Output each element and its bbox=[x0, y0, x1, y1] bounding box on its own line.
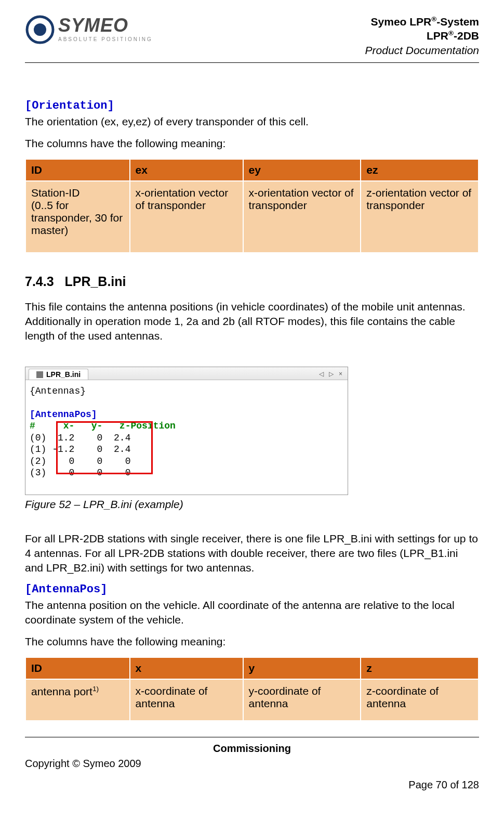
col-header: ey bbox=[243, 159, 361, 181]
table-row: Station-ID (0..5 for transponder, 30 for… bbox=[25, 181, 479, 253]
antennapos-desc: The antenna position on the vehicle. All… bbox=[25, 598, 479, 628]
orientation-table: ID ex ey ez Station-ID (0..5 for transpo… bbox=[25, 159, 479, 253]
col-header: x bbox=[130, 657, 243, 679]
col-header: ex bbox=[130, 159, 243, 181]
section-desc: This file contains the antenna positions… bbox=[25, 300, 479, 344]
col-header: z bbox=[361, 657, 479, 679]
editor-screenshot: LPR_B.ini ◁ ▷ × {Antennas} [AntennaPos] … bbox=[25, 351, 348, 495]
para-receivers: For all LPR-2DB stations with single rec… bbox=[25, 531, 479, 576]
brand-logo: SYMEO ABSOLUTE POSITIONING bbox=[25, 15, 153, 45]
cell: y-coordinate of antenna bbox=[243, 679, 361, 721]
table-row: ID x y z bbox=[25, 657, 479, 679]
figure-caption: Figure 52 – LPR_B.ini (example) bbox=[25, 498, 479, 511]
cell: z-coordinate of antenna bbox=[361, 679, 479, 721]
editor-tab[interactable]: LPR_B.ini bbox=[29, 369, 88, 380]
subsection-heading: 7.4.3 LPR_B.ini bbox=[25, 274, 479, 289]
page-number: Page 70 of 128 bbox=[25, 779, 479, 791]
logo-icon bbox=[25, 15, 55, 45]
prev-tab-icon[interactable]: ◁ bbox=[319, 370, 324, 378]
table-row: antenna port1) x-coordinate of antenna y… bbox=[25, 679, 479, 721]
col-header: ID bbox=[25, 159, 130, 181]
cell: x-coordinate of antenna bbox=[130, 679, 243, 721]
col-header: y bbox=[243, 657, 361, 679]
orientation-cols-intro: The columns have the following meaning: bbox=[25, 136, 479, 151]
cell: Station-ID (0..5 for transponder, 30 for… bbox=[25, 181, 130, 253]
cell: x-orientation vector of transponder bbox=[243, 181, 361, 253]
copyright: Copyright © Symeo 2009 bbox=[25, 758, 479, 770]
antennapos-key: [AntennaPos] bbox=[25, 583, 479, 596]
antennapos-cols-intro: The columns have the following meaning: bbox=[25, 634, 479, 649]
cell: antenna port1) bbox=[25, 679, 130, 721]
orientation-key: [Orientation] bbox=[25, 99, 479, 112]
highlight-box bbox=[56, 421, 153, 474]
svg-point-1 bbox=[34, 23, 46, 36]
close-icon[interactable]: × bbox=[339, 370, 342, 378]
editor-tabbar: LPR_B.ini ◁ ▷ × bbox=[25, 367, 348, 380]
file-icon bbox=[36, 371, 43, 378]
cell: z-orientation vector of transponder bbox=[361, 181, 479, 253]
col-header: ID bbox=[25, 657, 130, 679]
next-tab-icon[interactable]: ▷ bbox=[329, 370, 334, 378]
orientation-desc: The orientation (ex, ey,ez) of every tra… bbox=[25, 114, 479, 129]
doc-title-block: Symeo LPR®-System LPR®-2DB Product Docum… bbox=[365, 15, 479, 57]
cell: x-orientation vector of transponder bbox=[130, 181, 243, 253]
col-header: ez bbox=[361, 159, 479, 181]
antennapos-table: ID x y z antenna port1) x-coordinate of … bbox=[25, 657, 479, 721]
brand-tagline: ABSOLUTE POSITIONING bbox=[58, 36, 153, 42]
page-header: SYMEO ABSOLUTE POSITIONING Symeo LPR®-Sy… bbox=[25, 15, 479, 63]
footer-section-title: Commissioning bbox=[25, 743, 479, 755]
table-row: ID ex ey ez bbox=[25, 159, 479, 181]
brand-name: SYMEO bbox=[58, 15, 153, 36]
page-footer: Commissioning Copyright © Symeo 2009 Pag… bbox=[25, 737, 479, 791]
